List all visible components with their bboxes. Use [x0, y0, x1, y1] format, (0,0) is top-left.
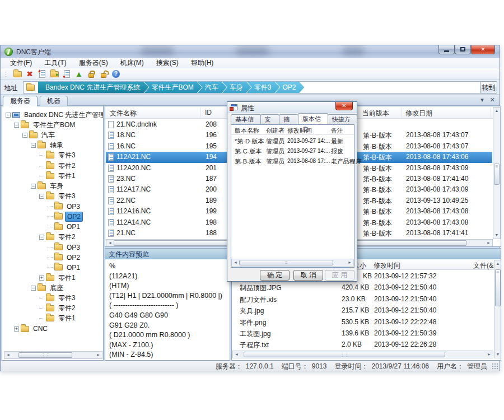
breadcrumb-segment-0[interactable]: Bandex DNC 先进生产管理系统 [38, 82, 148, 93]
scroll-right-icon[interactable]: ► [486, 351, 493, 358]
column-modified-date[interactable]: 修改日期 [405, 109, 432, 118]
scroll-thumb[interactable]: ⋮⋮ [18, 352, 72, 358]
close-button[interactable]: ✕ [471, 45, 495, 54]
scroll-thumb[interactable]: ⋮⋮ [244, 352, 445, 357]
menu-item-4[interactable]: 搜索(S) [150, 58, 185, 68]
tree-item-零件1[interactable]: 零件1 [2, 171, 103, 181]
breadcrumb-segment-1[interactable]: 零件生产BOM [144, 82, 202, 93]
dialog-tab-版本信息[interactable]: 版本信息 [298, 113, 328, 124]
version-row[interactable]: *第-D-版本管理员2013-09-27 14:...最新 [231, 136, 354, 146]
tree-item-轴承[interactable]: −轴承 [2, 141, 103, 151]
tree-item-汽车[interactable]: −汽车 [2, 130, 103, 140]
scroll-left-icon[interactable]: ◄ [106, 240, 114, 246]
table-row[interactable]: 工装图.jpg139.6 KB2013-09-12 21:50:39 [232, 328, 493, 339]
tree-item-OP2[interactable]: OP2 [2, 212, 103, 222]
column-file[interactable]: 文件(&I [473, 261, 495, 270]
panel-menu-icon[interactable]: ▾ [480, 96, 484, 103]
scroll-left-icon[interactable]: ◄ [232, 259, 239, 266]
tree-item-零件3[interactable]: 零件3 [2, 293, 103, 303]
scroll-thumb[interactable]: ≡ [495, 269, 501, 306]
tree-item-Bandex DNC 先进生产管理系统[interactable]: −Bandex DNC 先进生产管理系统 [2, 110, 103, 120]
tree-item-零件3[interactable]: 零件3 [2, 151, 103, 161]
column-mtime[interactable]: 修改时间 [374, 261, 400, 270]
collapse-icon[interactable]: − [6, 113, 11, 118]
scroll-left-icon[interactable]: ◄ [4, 352, 12, 358]
table-row[interactable]: 配刀文件.xls23.0 KB2013-09-12 21:50:40 [232, 293, 493, 305]
collapse-icon[interactable]: − [22, 133, 27, 138]
tree-item-OP3[interactable]: OP3 [2, 202, 103, 212]
column-creator[interactable]: 创建者 [266, 127, 284, 135]
new-folder-button[interactable] [11, 69, 24, 80]
table-row[interactable]: 零件.png530.5 KB2013-09-12 22:22:48 [232, 316, 493, 328]
collapse-icon[interactable]: − [31, 143, 36, 148]
menu-item-2[interactable]: 服务器(S) [73, 58, 114, 68]
maximize-button[interactable] [455, 45, 471, 54]
column-current-version[interactable]: 当前版本 [362, 109, 389, 118]
delete-button[interactable]: ✖ [24, 69, 36, 80]
tree-item-OP2[interactable]: OP2 [2, 253, 103, 263]
menu-item-3[interactable]: 机床(M) [114, 58, 150, 68]
scroll-thumb[interactable]: ≡ [494, 164, 500, 185]
scroll-up-icon[interactable]: ▲ [493, 108, 500, 114]
resize-grip[interactable] [492, 363, 498, 369]
scroll-down-icon[interactable]: ▼ [493, 232, 500, 239]
related-horizontal-scrollbar[interactable]: ◄ ⋮⋮ ► [232, 351, 493, 358]
panel-close-icon[interactable]: ✕ [490, 96, 495, 103]
ok-button[interactable]: 确 定 [260, 270, 290, 281]
dialog-horizontal-scrollbar[interactable]: ◄ ≡ ► [231, 259, 354, 267]
tree-item-CNC[interactable]: +CNC [2, 324, 103, 334]
tree-item-零件1[interactable]: 零件1 [2, 314, 103, 324]
scroll-down-icon[interactable]: ▼ [494, 351, 501, 358]
check-in-button[interactable] [60, 69, 73, 80]
send-button[interactable]: ▲ [73, 69, 85, 80]
collapse-icon[interactable]: − [39, 235, 44, 240]
dialog-tab-安全[interactable]: 安全 [260, 114, 280, 124]
dialog-close-button[interactable]: ✕ [335, 102, 353, 110]
scroll-left-icon[interactable]: ◄ [233, 351, 240, 358]
scroll-right-icon[interactable]: ► [485, 240, 492, 246]
tree-item-零件1[interactable]: +零件1 [2, 273, 103, 283]
check-out-button[interactable] [36, 69, 48, 80]
tab-服务器[interactable]: 服务器 [3, 96, 38, 106]
collapse-icon[interactable]: − [31, 184, 36, 189]
menu-item-1[interactable]: 工具(T) [38, 58, 72, 68]
dialog-tab-快捷方式[interactable]: 快捷方式 [328, 114, 358, 124]
column-note[interactable]: 备注 [331, 127, 343, 135]
column-file-name[interactable]: 文件名称 [110, 109, 137, 118]
unlock-button[interactable] [97, 69, 110, 80]
tree-item-零件生产BOM[interactable]: −零件生产BOM [2, 120, 103, 130]
lock-button[interactable] [85, 69, 97, 80]
tree-horizontal-scrollbar[interactable]: ◄ ⋮⋮ ► [4, 351, 102, 359]
expand-icon[interactable]: + [14, 326, 19, 332]
menu-item-0[interactable]: 文件(F) [4, 58, 38, 68]
breadcrumb[interactable]: Bandex DNC 先进生产管理系统零件生产BOM汽车车身零件3OP2 [23, 81, 481, 94]
scroll-right-icon[interactable]: ► [95, 352, 102, 358]
collapse-icon[interactable]: − [39, 194, 44, 199]
collapse-icon[interactable]: − [31, 286, 36, 291]
file-list-vertical-scrollbar[interactable]: ▲ ≡ ▼ [493, 107, 501, 239]
help-button[interactable]: ? [110, 69, 122, 80]
import-folder-button[interactable] [48, 69, 60, 80]
scroll-up-icon[interactable]: ▲ [494, 260, 501, 267]
tree-item-零件2[interactable]: −零件2 [2, 232, 103, 242]
column-id[interactable]: ID [205, 109, 212, 116]
column-version-name[interactable]: 版本名称 [235, 127, 259, 135]
tree-item-OP1[interactable]: OP1 [2, 222, 103, 232]
tree-item-底座[interactable]: −底座 [2, 283, 103, 293]
breadcrumb-segment-4[interactable]: 零件3 [247, 82, 280, 93]
tab-机器[interactable]: 机器 [40, 96, 68, 106]
tree-item-OP1[interactable]: OP1 [2, 263, 103, 273]
dialog-tab-基本信息[interactable]: 基本信息 [231, 114, 261, 124]
version-row[interactable]: 第-B-版本管理员2013-08-08 17:...老产品程序 [231, 156, 354, 166]
expand-icon[interactable]: + [39, 276, 44, 281]
menu-item-5[interactable]: 帮助(H) [185, 58, 220, 68]
tree-item-车身[interactable]: −车身 [2, 181, 103, 191]
scroll-thumb[interactable]: ≡ [239, 260, 333, 265]
minimize-button[interactable] [438, 45, 455, 54]
tree-item-OP3[interactable]: OP3 [2, 242, 103, 252]
dialog-tab-摘要[interactable]: 摘要 [279, 114, 298, 124]
tree-item-零件2[interactable]: 零件2 [2, 161, 103, 171]
scroll-right-icon[interactable]: ► [346, 259, 353, 266]
collapse-icon[interactable]: − [14, 123, 19, 128]
version-row[interactable]: 第-C-版本管理员2013-09-27 14:...报废 [231, 146, 354, 156]
